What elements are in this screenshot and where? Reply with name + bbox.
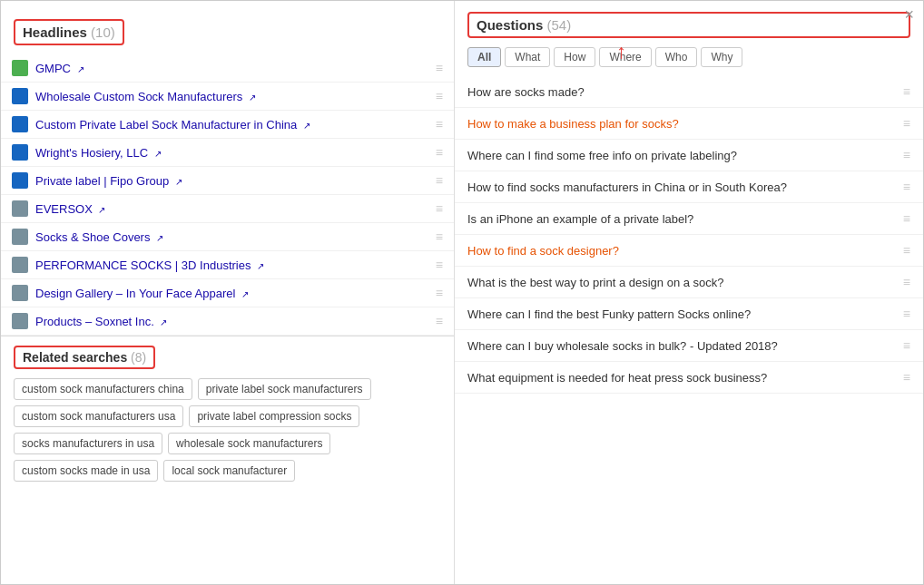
close-button[interactable]: × (904, 6, 914, 23)
headline-text: EVERSOX ↗ (35, 202, 428, 216)
headline-item[interactable]: Socks & Shoe Covers ↗ ≡ (1, 223, 454, 251)
question-drag-icon[interactable]: ≡ (903, 148, 910, 162)
headline-item[interactable]: Products – Soxnet Inc. ↗ ≡ (1, 307, 454, 336)
question-text: Where can I buy wholesale socks in bulk?… (467, 339, 896, 353)
headline-item[interactable]: Wholesale Custom Sock Manufacturers ↗ ≡ (1, 83, 454, 111)
related-count: (8) (131, 350, 146, 365)
headline-item[interactable]: EVERSOX ↗ ≡ (1, 195, 454, 223)
headline-text: Wholesale Custom Sock Manufacturers ↗ (35, 90, 428, 103)
drag-icon[interactable]: ≡ (436, 89, 443, 103)
question-item[interactable]: What equipment is needed for heat press … (455, 362, 923, 394)
question-drag-icon[interactable]: ≡ (903, 243, 910, 258)
related-search-tag[interactable]: custom sock manufacturers usa (14, 405, 183, 427)
headlines-count: (10) (91, 24, 115, 40)
external-link-icon: ↗ (175, 177, 182, 187)
filter-tab-what[interactable]: What (505, 47, 550, 67)
related-search-tag[interactable]: socks manufacturers in usa (14, 433, 162, 454)
question-drag-icon[interactable]: ≡ (903, 338, 910, 353)
question-item[interactable]: Is an iPhone an example of a private lab… (455, 203, 923, 235)
related-search-tag[interactable]: local sock manufacturer (163, 460, 295, 482)
drag-icon[interactable]: ≡ (436, 314, 443, 328)
arrow-indicator: ↑ (616, 40, 626, 63)
question-drag-icon[interactable]: ≡ (903, 370, 910, 385)
questions-header: Questions (54) (467, 12, 910, 38)
headline-text: Design Gallery – In Your Face Apparel ↗ (35, 287, 428, 300)
question-item[interactable]: How are socks made? ≡ (455, 76, 923, 108)
question-drag-icon[interactable]: ≡ (903, 116, 910, 131)
question-text: How to find socks manufacturers in China… (467, 180, 896, 194)
drag-icon[interactable]: ≡ (436, 117, 443, 132)
drag-icon[interactable]: ≡ (436, 286, 443, 300)
question-drag-icon[interactable]: ≡ (903, 180, 910, 194)
related-search-tag[interactable]: private label compression socks (189, 405, 359, 427)
question-text: How to make a business plan for socks? (467, 117, 896, 131)
question-text: Is an iPhone an example of a private lab… (467, 212, 896, 226)
external-link-icon: ↗ (257, 261, 264, 271)
filter-tab-who[interactable]: Who (655, 47, 698, 67)
question-drag-icon[interactable]: ≡ (903, 307, 910, 321)
right-panel: Questions (54) ↑ AllWhatHowWhereWhoWhy H… (455, 1, 923, 584)
related-search-tag[interactable]: custom socks made in usa (14, 460, 158, 482)
headline-item[interactable]: GMPC ↗ ≡ (1, 54, 454, 83)
headline-item[interactable]: Private label | Fipo Group ↗ ≡ (1, 167, 454, 195)
question-drag-icon[interactable]: ≡ (903, 211, 910, 226)
question-item[interactable]: Where can I find some free info on priva… (455, 140, 923, 171)
headline-text: Private label | Fipo Group ↗ (35, 174, 428, 188)
filter-tab-all[interactable]: All (467, 47, 501, 67)
headline-text: Wright's Hosiery, LLC ↗ (35, 146, 428, 160)
drag-icon[interactable]: ≡ (436, 229, 443, 244)
question-item[interactable]: Where can I buy wholesale socks in bulk?… (455, 330, 923, 362)
question-item[interactable]: What is the best way to print a design o… (455, 267, 923, 298)
headline-item[interactable]: PERFORMANCE SOCKS | 3D Industries ↗ ≡ (1, 251, 454, 279)
filter-tab-why[interactable]: Why (701, 47, 742, 67)
related-header: Related searches (8) (14, 346, 155, 369)
question-text: How to find a sock designer? (467, 244, 896, 258)
question-item[interactable]: Where can I find the best Funky pattern … (455, 298, 923, 330)
site-icon (12, 285, 28, 301)
tags-row-2: socks manufacturers in usawholesale sock… (14, 433, 441, 482)
related-search-tag[interactable]: custom sock manufacturers china (14, 378, 192, 400)
tags-row-1: custom sock manufacturers chinaprivate l… (14, 378, 441, 427)
filter-tab-how[interactable]: How (554, 47, 595, 67)
question-drag-icon[interactable]: ≡ (903, 275, 910, 289)
filter-tabs: ↑ AllWhatHowWhereWhoWhy (455, 47, 923, 76)
drag-icon[interactable]: ≡ (436, 61, 443, 75)
site-icon (12, 257, 28, 273)
site-icon (12, 229, 28, 245)
drag-icon[interactable]: ≡ (436, 201, 443, 216)
related-search-tag[interactable]: wholesale sock manufacturers (168, 433, 330, 454)
left-panel: Headlines (10) GMPC ↗ ≡ Wholesale Custom… (1, 1, 455, 584)
question-drag-icon[interactable]: ≡ (903, 84, 910, 99)
main-modal: × Headlines (10) GMPC ↗ ≡ Wholesale Cust… (0, 0, 924, 585)
drag-icon[interactable]: ≡ (436, 258, 443, 272)
external-link-icon: ↗ (160, 317, 167, 327)
drag-icon[interactable]: ≡ (436, 145, 443, 160)
related-search-tag[interactable]: private label sock manufacturers (198, 378, 371, 400)
question-text: What equipment is needed for heat press … (467, 371, 896, 385)
questions-count: (54) (547, 17, 572, 33)
question-item[interactable]: How to find socks manufacturers in China… (455, 171, 923, 203)
headline-text: Products – Soxnet Inc. ↗ (35, 315, 428, 328)
headline-item[interactable]: Custom Private Label Sock Manufacturer i… (1, 111, 454, 139)
related-panel: Related searches (8) custom sock manufac… (1, 336, 454, 496)
headline-text: GMPC ↗ (35, 62, 428, 75)
site-icon (12, 60, 28, 76)
drag-icon[interactable]: ≡ (436, 173, 443, 188)
site-icon (12, 144, 28, 161)
site-icon (12, 116, 28, 132)
external-link-icon: ↗ (77, 64, 84, 74)
headlines-list: GMPC ↗ ≡ Wholesale Custom Sock Manufactu… (1, 54, 454, 336)
site-icon (12, 88, 28, 104)
site-icon (12, 313, 28, 329)
headline-item[interactable]: Design Gallery – In Your Face Apparel ↗ … (1, 279, 454, 307)
headline-item[interactable]: Wright's Hosiery, LLC ↗ ≡ (1, 139, 454, 167)
question-text: Where can I find some free info on priva… (467, 149, 896, 162)
question-item[interactable]: How to make a business plan for socks? ≡ (455, 108, 923, 140)
external-link-icon: ↗ (241, 289, 249, 299)
question-item[interactable]: How to find a sock designer? ≡ (455, 235, 923, 267)
question-text: Where can I find the best Funky pattern … (467, 307, 896, 321)
related-title: Related searches (23, 350, 127, 365)
headline-text: Custom Private Label Sock Manufacturer i… (35, 118, 428, 132)
site-icon (12, 172, 28, 189)
external-link-icon: ↗ (249, 93, 256, 102)
